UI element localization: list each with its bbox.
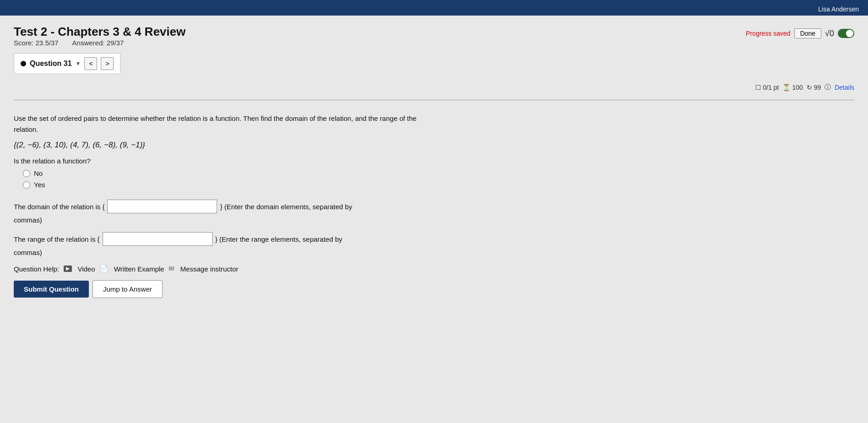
domain-note: commas) xyxy=(14,216,854,224)
document-icon: 📄 xyxy=(100,265,109,273)
question-status-dot xyxy=(21,61,26,66)
message-icon: ✉ xyxy=(169,265,175,273)
domain-suffix: } (Enter the domain elements, separated … xyxy=(220,203,352,211)
domain-input-row: The domain of the relation is { } (Enter… xyxy=(14,200,854,213)
progress-saved-label: Progress saved xyxy=(746,30,790,37)
option-no[interactable]: No xyxy=(23,169,854,177)
chevron-down-icon[interactable]: ▼ xyxy=(76,60,81,67)
written-example-link[interactable]: 📄 Written Example xyxy=(100,265,164,273)
done-button[interactable]: Done xyxy=(794,28,821,38)
math-set: {(2, −6), (3, 10), (4, 7), (6, −8), (9, … xyxy=(14,141,854,150)
range-input-row: The range of the relation is { } (Enter … xyxy=(14,232,854,246)
submit-question-button[interactable]: Submit Question xyxy=(14,281,89,298)
page-title: Test 2 - Chapters 3 & 4 Review xyxy=(14,25,186,39)
video-icon xyxy=(64,266,72,272)
domain-prefix: The domain of the relation is { xyxy=(14,203,104,211)
next-question-button[interactable]: > xyxy=(101,57,114,70)
toggle-switch[interactable] xyxy=(838,29,854,38)
jump-to-answer-button[interactable]: Jump to Answer xyxy=(93,280,163,298)
points-display: ☐ 0/1 pt xyxy=(755,84,779,91)
range-input[interactable] xyxy=(103,232,213,246)
domain-input[interactable] xyxy=(107,200,217,213)
question-help-row: Question Help: Video 📄 Written Example ✉… xyxy=(14,265,854,273)
range-prefix: The range of the relation is { xyxy=(14,235,100,243)
is-function-label: Is the relation a function? xyxy=(14,157,854,165)
range-suffix: } (Enter the range elements, separated b… xyxy=(215,235,343,243)
info-icon: ⓘ xyxy=(824,83,831,92)
video-help-link[interactable]: Video xyxy=(64,265,95,273)
function-radio-group: No Yes xyxy=(23,169,854,189)
question-nav-bar: Question 31 ▼ < > xyxy=(14,53,120,74)
score-label: Score: 23.5/37 xyxy=(14,39,59,47)
prev-question-button[interactable]: < xyxy=(84,57,97,70)
calculator-icon: √0 xyxy=(825,29,834,38)
details-link[interactable]: Details xyxy=(835,84,854,91)
action-buttons: Submit Question Jump to Answer xyxy=(14,280,854,298)
retry-icon: ↻ 99 xyxy=(807,84,821,91)
question-body: Use the set of ordered pairs to determin… xyxy=(14,108,854,303)
range-note: commas) xyxy=(14,249,854,256)
option-yes[interactable]: Yes xyxy=(23,181,854,189)
clock-icon: ⏳ 100 xyxy=(782,84,802,91)
answered-label: Answered: 29/37 xyxy=(72,39,124,47)
user-name-label: Lisa Andersen xyxy=(818,5,859,13)
question-text: Use the set of ordered pairs to determin… xyxy=(14,113,426,135)
radio-no[interactable] xyxy=(23,170,30,177)
radio-yes[interactable] xyxy=(23,181,30,189)
question-label: Question 31 xyxy=(30,60,72,68)
message-instructor-link[interactable]: ✉ Message instructor xyxy=(169,265,238,273)
question-help-label: Question Help: xyxy=(14,265,59,273)
